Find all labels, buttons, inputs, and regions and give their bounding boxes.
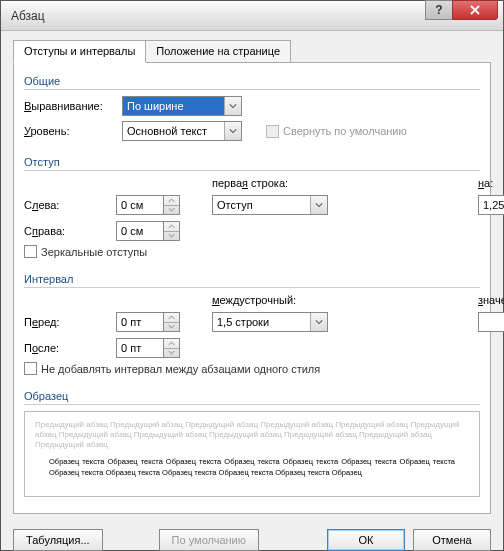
window-title: Абзац	[11, 9, 45, 23]
first-line-label: первая строка:	[212, 177, 332, 189]
spin-up-icon[interactable]	[164, 339, 179, 349]
level-label: Уровень:	[24, 125, 116, 137]
spin-up-icon[interactable]	[164, 222, 179, 232]
spin-down-icon[interactable]	[164, 232, 179, 241]
default-button[interactable]: По умолчанию	[159, 529, 259, 551]
section-indent: Отступ	[24, 156, 480, 171]
no-space-checkbox[interactable]: Не добавлять интервал между абзацами одн…	[24, 362, 320, 375]
spin-down-icon[interactable]	[164, 349, 179, 358]
tab-indents[interactable]: Отступы и интервалы	[13, 40, 146, 63]
chevron-down-icon	[224, 122, 241, 140]
alignment-label: Выравнивание:	[24, 100, 116, 112]
chevron-down-icon	[310, 313, 327, 331]
collapse-checkbox: Свернуть по умолчанию	[266, 125, 407, 138]
ok-button[interactable]: ОК	[327, 529, 405, 551]
spin-up-icon[interactable]	[164, 313, 179, 323]
titlebar[interactable]: Абзац ?	[1, 1, 503, 31]
spin-down-icon[interactable]	[164, 323, 179, 332]
chevron-down-icon	[310, 196, 327, 214]
line-spacing-select[interactable]: 1,5 строки	[212, 312, 328, 332]
before-spinner[interactable]	[116, 312, 196, 332]
left-spinner[interactable]	[116, 195, 196, 215]
section-general: Общие	[24, 75, 480, 90]
dialog-footer: Табуляция... По умолчанию ОК Отмена	[13, 524, 491, 551]
tabs-button[interactable]: Табуляция...	[13, 529, 103, 551]
chevron-down-icon	[224, 97, 241, 115]
at-label: значение:	[478, 294, 504, 306]
preview-previous-text: Предыдущий абзац Предыдущий абзац Предыд…	[35, 420, 469, 450]
section-sample: Образец	[24, 390, 480, 405]
close-button[interactable]	[452, 0, 498, 20]
by-spinner[interactable]	[478, 195, 504, 215]
tab-panel: Общие Выравнивание: По ширине Уровень: О…	[13, 63, 491, 514]
right-spinner[interactable]	[116, 221, 196, 241]
after-spinner[interactable]	[116, 338, 196, 358]
line-spacing-label: междустрочный:	[212, 294, 332, 306]
tab-strip: Отступы и интервалы Положение на страниц…	[13, 39, 491, 63]
dialog-window: Абзац ? Отступы и интервалы Положение на…	[0, 0, 504, 551]
right-label: Справа:	[24, 225, 116, 237]
tab-position[interactable]: Положение на странице	[145, 40, 291, 63]
first-line-select[interactable]: Отступ	[212, 195, 328, 215]
cancel-button[interactable]: Отмена	[413, 529, 491, 551]
at-spinner[interactable]	[478, 312, 504, 332]
preview-box: Предыдущий абзац Предыдущий абзац Предыд…	[24, 411, 480, 497]
before-label: Перед:	[24, 316, 116, 328]
help-button[interactable]: ?	[425, 0, 453, 20]
after-label: После:	[24, 342, 116, 354]
left-label: Слева:	[24, 199, 116, 211]
section-spacing: Интервал	[24, 273, 480, 288]
level-select[interactable]: Основной текст	[122, 121, 242, 141]
spin-down-icon[interactable]	[164, 206, 179, 215]
preview-sample-text: Образец текста Образец текста Образец те…	[35, 456, 469, 478]
alignment-select[interactable]: По ширине	[122, 96, 242, 116]
by-label: на:	[478, 177, 504, 189]
spin-up-icon[interactable]	[164, 196, 179, 206]
mirror-checkbox[interactable]: Зеркальные отступы	[24, 245, 147, 258]
